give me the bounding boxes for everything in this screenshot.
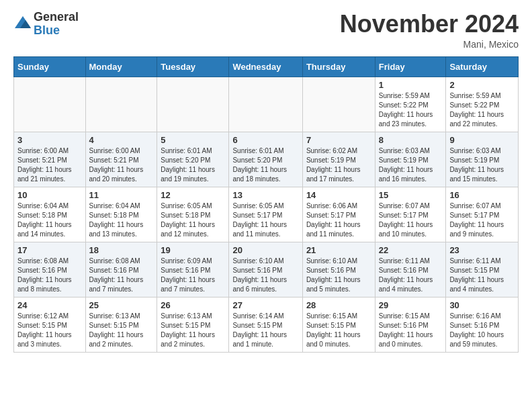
calendar-cell: 4Sunrise: 6:00 AM Sunset: 5:21 PM Daylig… — [85, 132, 157, 187]
day-info: Sunrise: 6:07 AM Sunset: 5:17 PM Dayligh… — [449, 201, 515, 239]
day-number: 22 — [379, 245, 443, 255]
day-info: Sunrise: 6:03 AM Sunset: 5:19 PM Dayligh… — [379, 146, 443, 184]
day-info: Sunrise: 6:03 AM Sunset: 5:19 PM Dayligh… — [449, 146, 515, 184]
day-number: 12 — [161, 190, 225, 200]
day-info: Sunrise: 6:00 AM Sunset: 5:21 PM Dayligh… — [17, 146, 82, 184]
day-info: Sunrise: 6:14 AM Sunset: 5:15 PM Dayligh… — [232, 312, 298, 349]
calendar-cell: 13Sunrise: 6:05 AM Sunset: 5:17 PM Dayli… — [229, 187, 302, 242]
calendar-cell: 1Sunrise: 5:59 AM Sunset: 5:22 PM Daylig… — [375, 77, 446, 132]
day-info: Sunrise: 6:10 AM Sunset: 5:16 PM Dayligh… — [306, 257, 371, 294]
calendar-cell: 7Sunrise: 6:02 AM Sunset: 5:19 PM Daylig… — [302, 132, 375, 187]
day-info: Sunrise: 6:08 AM Sunset: 5:16 PM Dayligh… — [17, 257, 82, 294]
page: General Blue November 2024 Mani, Mexico … — [0, 0, 532, 366]
day-number: 3 — [17, 135, 82, 145]
weekday-header-sunday: Sunday — [14, 56, 86, 77]
day-info: Sunrise: 6:02 AM Sunset: 5:19 PM Dayligh… — [306, 146, 371, 184]
month-title: November 2024 — [340, 11, 519, 38]
calendar-cell: 24Sunrise: 6:12 AM Sunset: 5:15 PM Dayli… — [14, 297, 86, 352]
calendar-cell: 26Sunrise: 6:13 AM Sunset: 5:15 PM Dayli… — [157, 297, 229, 352]
calendar-cell: 5Sunrise: 6:01 AM Sunset: 5:20 PM Daylig… — [157, 132, 229, 187]
calendar-cell: 17Sunrise: 6:08 AM Sunset: 5:16 PM Dayli… — [14, 242, 86, 297]
day-number: 13 — [232, 190, 298, 200]
weekday-header-wednesday: Wednesday — [229, 56, 302, 77]
calendar-cell: 27Sunrise: 6:14 AM Sunset: 5:15 PM Dayli… — [229, 297, 302, 352]
calendar-cell: 29Sunrise: 6:15 AM Sunset: 5:16 PM Dayli… — [375, 297, 446, 352]
day-info: Sunrise: 5:59 AM Sunset: 5:22 PM Dayligh… — [379, 91, 443, 129]
day-number: 24 — [17, 300, 82, 310]
weekday-header-monday: Monday — [85, 56, 157, 77]
day-info: Sunrise: 5:59 AM Sunset: 5:22 PM Dayligh… — [449, 91, 515, 129]
day-number: 27 — [232, 300, 298, 310]
calendar-cell: 20Sunrise: 6:10 AM Sunset: 5:16 PM Dayli… — [229, 242, 302, 297]
day-number: 14 — [306, 190, 371, 200]
day-number: 11 — [89, 190, 154, 200]
day-number: 25 — [89, 300, 154, 310]
day-info: Sunrise: 6:01 AM Sunset: 5:20 PM Dayligh… — [232, 146, 298, 184]
day-number: 17 — [17, 245, 82, 255]
calendar-week-row: 24Sunrise: 6:12 AM Sunset: 5:15 PM Dayli… — [14, 297, 519, 352]
day-number: 15 — [379, 190, 443, 200]
day-number: 5 — [161, 135, 225, 145]
day-number: 18 — [89, 245, 154, 255]
calendar-cell — [229, 77, 302, 132]
weekday-header-row: SundayMondayTuesdayWednesdayThursdayFrid… — [14, 56, 519, 77]
day-number: 29 — [379, 300, 443, 310]
day-info: Sunrise: 6:00 AM Sunset: 5:21 PM Dayligh… — [89, 146, 154, 184]
logo: General Blue — [13, 11, 79, 38]
location: Mani, Mexico — [340, 39, 519, 50]
day-info: Sunrise: 6:05 AM Sunset: 5:17 PM Dayligh… — [232, 201, 298, 239]
day-number: 7 — [306, 135, 371, 145]
weekday-header-friday: Friday — [375, 56, 446, 77]
calendar-cell: 3Sunrise: 6:00 AM Sunset: 5:21 PM Daylig… — [14, 132, 86, 187]
day-number: 28 — [306, 300, 371, 310]
day-info: Sunrise: 6:01 AM Sunset: 5:20 PM Dayligh… — [161, 146, 225, 184]
day-info: Sunrise: 6:13 AM Sunset: 5:15 PM Dayligh… — [89, 312, 154, 349]
day-info: Sunrise: 6:16 AM Sunset: 5:16 PM Dayligh… — [449, 312, 515, 349]
calendar-cell: 14Sunrise: 6:06 AM Sunset: 5:17 PM Dayli… — [302, 187, 375, 242]
day-info: Sunrise: 6:07 AM Sunset: 5:17 PM Dayligh… — [379, 201, 443, 239]
day-number: 2 — [449, 80, 515, 90]
day-number: 21 — [306, 245, 371, 255]
calendar-cell — [85, 77, 157, 132]
day-number: 4 — [89, 135, 154, 145]
day-info: Sunrise: 6:15 AM Sunset: 5:15 PM Dayligh… — [306, 312, 371, 349]
calendar-cell: 21Sunrise: 6:10 AM Sunset: 5:16 PM Dayli… — [302, 242, 375, 297]
calendar-cell: 16Sunrise: 6:07 AM Sunset: 5:17 PM Dayli… — [446, 187, 519, 242]
day-info: Sunrise: 6:12 AM Sunset: 5:15 PM Dayligh… — [17, 312, 82, 349]
calendar-cell: 8Sunrise: 6:03 AM Sunset: 5:19 PM Daylig… — [375, 132, 446, 187]
logo-blue-text: Blue — [34, 24, 79, 38]
calendar-cell — [302, 77, 375, 132]
title-block: November 2024 Mani, Mexico — [340, 11, 519, 50]
calendar-cell: 25Sunrise: 6:13 AM Sunset: 5:15 PM Dayli… — [85, 297, 157, 352]
header: General Blue November 2024 Mani, Mexico — [13, 11, 519, 50]
day-number: 16 — [449, 190, 515, 200]
weekday-header-thursday: Thursday — [302, 56, 375, 77]
day-info: Sunrise: 6:05 AM Sunset: 5:18 PM Dayligh… — [161, 201, 225, 239]
calendar-week-row: 3Sunrise: 6:00 AM Sunset: 5:21 PM Daylig… — [14, 132, 519, 187]
calendar-cell — [157, 77, 229, 132]
day-number: 8 — [379, 135, 443, 145]
day-info: Sunrise: 6:08 AM Sunset: 5:16 PM Dayligh… — [89, 257, 154, 294]
day-info: Sunrise: 6:13 AM Sunset: 5:15 PM Dayligh… — [161, 312, 225, 349]
calendar-cell: 2Sunrise: 5:59 AM Sunset: 5:22 PM Daylig… — [446, 77, 519, 132]
day-number: 10 — [17, 190, 82, 200]
weekday-header-tuesday: Tuesday — [157, 56, 229, 77]
day-number: 20 — [232, 245, 298, 255]
calendar-cell: 19Sunrise: 6:09 AM Sunset: 5:16 PM Dayli… — [157, 242, 229, 297]
day-info: Sunrise: 6:04 AM Sunset: 5:18 PM Dayligh… — [17, 201, 82, 239]
calendar-cell: 28Sunrise: 6:15 AM Sunset: 5:15 PM Dayli… — [302, 297, 375, 352]
day-number: 19 — [161, 245, 225, 255]
calendar-cell: 15Sunrise: 6:07 AM Sunset: 5:17 PM Dayli… — [375, 187, 446, 242]
calendar-table: SundayMondayTuesdayWednesdayThursdayFrid… — [13, 56, 519, 353]
logo-general-text: General — [34, 11, 79, 24]
logo-text: General Blue — [34, 11, 79, 38]
day-number: 26 — [161, 300, 225, 310]
calendar-week-row: 17Sunrise: 6:08 AM Sunset: 5:16 PM Dayli… — [14, 242, 519, 297]
day-number: 6 — [232, 135, 298, 145]
day-info: Sunrise: 6:11 AM Sunset: 5:15 PM Dayligh… — [449, 257, 515, 294]
calendar-cell — [14, 77, 86, 132]
day-info: Sunrise: 6:06 AM Sunset: 5:17 PM Dayligh… — [306, 201, 371, 239]
calendar-cell: 12Sunrise: 6:05 AM Sunset: 5:18 PM Dayli… — [157, 187, 229, 242]
day-info: Sunrise: 6:15 AM Sunset: 5:16 PM Dayligh… — [379, 312, 443, 349]
calendar-week-row: 10Sunrise: 6:04 AM Sunset: 5:18 PM Dayli… — [14, 187, 519, 242]
